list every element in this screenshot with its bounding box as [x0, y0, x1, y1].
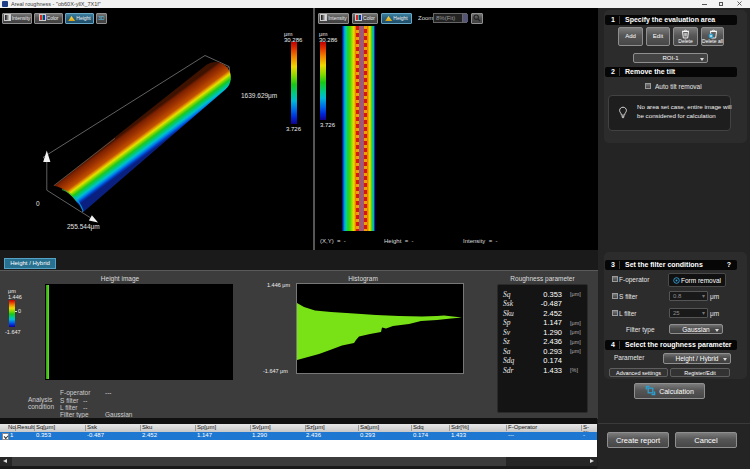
svg-text:0: 0: [36, 200, 40, 207]
svg-text:1639.629μm: 1639.629μm: [241, 92, 277, 100]
svg-text:255.544μm: 255.544μm: [67, 223, 100, 231]
